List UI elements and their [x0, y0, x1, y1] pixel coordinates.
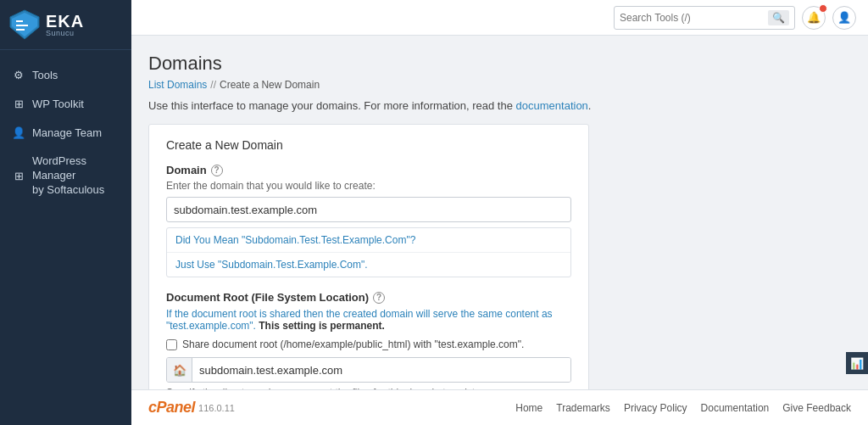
sidebar-item-wordpress-manager[interactable]: ⊞ WordPress Manager by Softaculous [0, 147, 131, 205]
info-text: Use this interface to manage your domain… [148, 99, 848, 112]
doc-root-label: Document Root (File System Location) ? [166, 291, 571, 304]
doc-root-input[interactable] [192, 358, 570, 382]
wp-toolkit-icon: ⊞ [12, 97, 25, 110]
logo-sunucu: Sunucu [46, 30, 84, 37]
footer-feedback-link[interactable]: Give Feedback [782, 402, 851, 414]
manage-team-icon: 👤 [12, 126, 25, 139]
footer-home-link[interactable]: Home [515, 402, 542, 414]
footer-documentation-link[interactable]: Documentation [701, 402, 770, 414]
page-title: Domains [148, 53, 848, 75]
logo-eka: EKA [46, 13, 84, 30]
search-container: 🔍 [614, 6, 795, 30]
sidebar: EKA Sunucu ⚙ Tools ⊞ WP Toolkit 👤 Manage… [0, 0, 131, 425]
footer-cpanel-brand: cPanel [148, 399, 195, 417]
stats-icon-button[interactable]: 📊 [846, 352, 868, 374]
user-icon: 👤 [837, 11, 851, 24]
logo-shield-icon [8, 8, 41, 41]
page-content: Domains List Domains // Create a New Dom… [131, 36, 868, 389]
footer-version: 116.0.11 [198, 403, 235, 413]
breadcrumb-separator: // [210, 79, 216, 91]
bell-icon: 🔔 [807, 11, 821, 24]
breadcrumb-parent-link[interactable]: List Domains [148, 79, 207, 91]
share-doc-root-row: Share document root (/home/example/publi… [166, 338, 571, 350]
notifications-button[interactable]: 🔔 [802, 6, 826, 30]
svg-rect-2 [16, 20, 23, 22]
share-doc-root-checkbox[interactable] [166, 339, 177, 350]
doc-root-help-icon[interactable]: ? [373, 292, 385, 304]
suggestion-box: Did You Mean "Subdomain.Test.Test.Exampl… [166, 227, 571, 277]
breadcrumb-current: Create a New Domain [220, 79, 320, 91]
footer: cPanel 116.0.11 Home Trademarks Privacy … [131, 389, 868, 425]
chart-icon: 📊 [850, 357, 864, 370]
sidebar-item-manage-team-label: Manage Team [32, 126, 102, 139]
sidebar-item-wp-toolkit-label: WP Toolkit [32, 98, 84, 110]
suggestion-item-1[interactable]: Did You Mean "Subdomain.Test.Test.Exampl… [167, 228, 570, 253]
footer-links: Home Trademarks Privacy Policy Documenta… [515, 402, 851, 414]
domain-sub-label: Enter the domain that you would like to … [166, 180, 571, 192]
breadcrumb: List Domains // Create a New Domain [148, 79, 848, 91]
documentation-link[interactable]: documentation [516, 99, 588, 112]
footer-logo: cPanel 116.0.11 [148, 399, 235, 417]
domain-field-group: Domain ? Enter the domain that you would… [166, 164, 571, 277]
doc-root-warning: If the document root is shared then the … [166, 308, 571, 332]
domain-label: Domain ? [166, 164, 571, 176]
header: 🔍 🔔 👤 [131, 0, 868, 36]
sidebar-item-tools-label: Tools [32, 69, 58, 81]
main-area: 🔍 🔔 👤 Domains List Domains // Create a N… [131, 0, 868, 425]
search-button[interactable]: 🔍 [768, 10, 789, 25]
search-input[interactable] [620, 12, 764, 24]
create-domain-card: Create a New Domain Domain ? Enter the d… [148, 124, 589, 389]
footer-trademarks-link[interactable]: Trademarks [556, 402, 610, 414]
card-title: Create a New Domain [166, 138, 571, 152]
svg-rect-3 [16, 25, 28, 26]
notification-badge [819, 4, 827, 13]
sidebar-item-manage-team[interactable]: 👤 Manage Team [0, 118, 131, 147]
sidebar-item-wordpress-manager-label: WordPress Manager by Softaculous [32, 154, 120, 198]
logo-text: EKA Sunucu [46, 13, 84, 37]
share-doc-root-label: Share document root (/home/example/publi… [182, 338, 524, 350]
footer-privacy-link[interactable]: Privacy Policy [624, 402, 687, 414]
suggestion-item-2[interactable]: Just Use "Subdomain.Test.Example.Com". [167, 253, 570, 277]
doc-root-field-group: Document Root (File System Location) ? I… [166, 291, 571, 389]
tools-icon: ⚙ [12, 68, 25, 81]
sidebar-item-tools[interactable]: ⚙ Tools [0, 60, 131, 89]
domain-help-icon[interactable]: ? [211, 165, 223, 176]
sidebar-nav: ⚙ Tools ⊞ WP Toolkit 👤 Manage Team ⊞ Wor… [0, 50, 131, 425]
home-icon: 🏠 [167, 358, 192, 382]
domain-input[interactable] [166, 197, 571, 222]
sidebar-item-wp-toolkit[interactable]: ⊞ WP Toolkit [0, 89, 131, 118]
user-button[interactable]: 👤 [832, 6, 856, 30]
doc-root-input-container: 🏠 [166, 357, 571, 383]
logo-area: EKA Sunucu [0, 0, 131, 50]
wordpress-manager-icon: ⊞ [12, 169, 25, 182]
svg-rect-4 [16, 29, 25, 31]
